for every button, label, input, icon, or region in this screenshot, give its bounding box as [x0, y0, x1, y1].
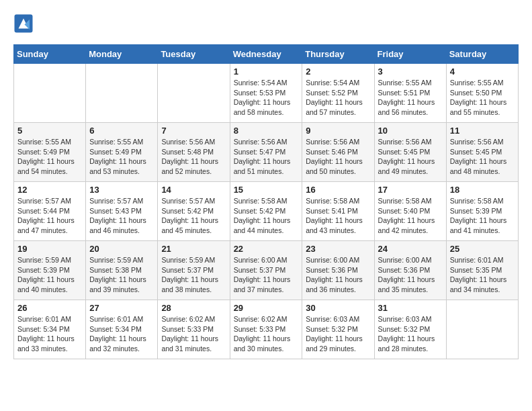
day-number: 22 [234, 244, 299, 254]
day-info: Sunrise: 6:01 AM Sunset: 5:34 PM Dayligh… [89, 314, 154, 354]
day-info: Sunrise: 5:56 AM Sunset: 5:45 PM Dayligh… [450, 137, 515, 177]
day-info: Sunrise: 6:03 AM Sunset: 5:32 PM Dayligh… [378, 314, 443, 354]
calendar-cell: 18Sunrise: 5:58 AM Sunset: 5:39 PM Dayli… [446, 182, 518, 241]
calendar-header-row: SundayMondayTuesdayWednesdayThursdayFrid… [14, 45, 519, 64]
day-info: Sunrise: 5:56 AM Sunset: 5:48 PM Dayligh… [161, 137, 226, 177]
day-number: 5 [17, 126, 82, 136]
weekday-header: Monday [86, 45, 158, 64]
day-number: 11 [450, 126, 515, 136]
day-number: 12 [17, 185, 82, 195]
day-info: Sunrise: 5:54 AM Sunset: 5:52 PM Dayligh… [306, 78, 370, 118]
calendar-cell: 21Sunrise: 5:59 AM Sunset: 5:37 PM Dayli… [158, 241, 230, 300]
day-info: Sunrise: 6:00 AM Sunset: 5:36 PM Dayligh… [378, 255, 443, 295]
day-number: 18 [450, 185, 515, 195]
logo [13, 13, 36, 34]
day-number: 26 [17, 303, 82, 313]
calendar-cell [446, 300, 518, 359]
day-info: Sunrise: 5:59 AM Sunset: 5:39 PM Dayligh… [17, 255, 82, 295]
weekday-header: Saturday [446, 45, 518, 64]
day-number: 23 [306, 244, 370, 254]
day-number: 15 [234, 185, 299, 195]
day-number: 29 [234, 303, 299, 313]
day-number: 24 [378, 244, 443, 254]
calendar-week-row: 5Sunrise: 5:55 AM Sunset: 5:49 PM Daylig… [14, 123, 519, 182]
weekday-header: Friday [374, 45, 446, 64]
calendar-cell [86, 64, 158, 123]
calendar-cell: 28Sunrise: 6:02 AM Sunset: 5:33 PM Dayli… [158, 300, 230, 359]
calendar-cell: 9Sunrise: 5:56 AM Sunset: 5:46 PM Daylig… [302, 123, 374, 182]
day-number: 2 [306, 66, 370, 77]
calendar-cell: 31Sunrise: 6:03 AM Sunset: 5:32 PM Dayli… [374, 300, 446, 359]
calendar-cell: 2Sunrise: 5:54 AM Sunset: 5:52 PM Daylig… [302, 64, 374, 123]
day-number: 1 [234, 66, 299, 77]
calendar-cell: 5Sunrise: 5:55 AM Sunset: 5:49 PM Daylig… [14, 123, 86, 182]
calendar-cell: 4Sunrise: 5:55 AM Sunset: 5:50 PM Daylig… [446, 64, 518, 123]
day-number: 31 [378, 303, 443, 313]
day-number: 7 [161, 126, 226, 136]
day-info: Sunrise: 6:02 AM Sunset: 5:33 PM Dayligh… [234, 314, 299, 354]
day-info: Sunrise: 5:58 AM Sunset: 5:39 PM Dayligh… [450, 196, 515, 236]
day-info: Sunrise: 6:00 AM Sunset: 5:37 PM Dayligh… [234, 255, 299, 295]
weekday-header: Tuesday [158, 45, 230, 64]
calendar-cell: 19Sunrise: 5:59 AM Sunset: 5:39 PM Dayli… [14, 241, 86, 300]
day-info: Sunrise: 6:01 AM Sunset: 5:35 PM Dayligh… [450, 255, 515, 295]
day-info: Sunrise: 5:56 AM Sunset: 5:46 PM Dayligh… [306, 137, 370, 177]
day-info: Sunrise: 5:54 AM Sunset: 5:53 PM Dayligh… [234, 78, 299, 118]
day-number: 6 [89, 126, 154, 136]
day-info: Sunrise: 6:01 AM Sunset: 5:34 PM Dayligh… [17, 314, 82, 354]
calendar-cell: 29Sunrise: 6:02 AM Sunset: 5:33 PM Dayli… [230, 300, 302, 359]
calendar-cell: 24Sunrise: 6:00 AM Sunset: 5:36 PM Dayli… [374, 241, 446, 300]
day-info: Sunrise: 5:55 AM Sunset: 5:51 PM Dayligh… [378, 78, 443, 118]
calendar-cell: 23Sunrise: 6:00 AM Sunset: 5:36 PM Dayli… [302, 241, 374, 300]
calendar-cell: 12Sunrise: 5:57 AM Sunset: 5:44 PM Dayli… [14, 182, 86, 241]
day-info: Sunrise: 6:03 AM Sunset: 5:32 PM Dayligh… [306, 314, 370, 354]
calendar-week-row: 12Sunrise: 5:57 AM Sunset: 5:44 PM Dayli… [14, 182, 519, 241]
calendar-cell [14, 64, 86, 123]
day-number: 21 [161, 244, 226, 254]
calendar-cell [158, 64, 230, 123]
day-info: Sunrise: 5:59 AM Sunset: 5:37 PM Dayligh… [161, 255, 226, 295]
day-info: Sunrise: 5:57 AM Sunset: 5:44 PM Dayligh… [17, 196, 82, 236]
weekday-header: Thursday [302, 45, 374, 64]
weekday-header: Wednesday [230, 45, 302, 64]
day-number: 14 [161, 185, 226, 195]
calendar-cell: 10Sunrise: 5:56 AM Sunset: 5:45 PM Dayli… [374, 123, 446, 182]
day-info: Sunrise: 5:59 AM Sunset: 5:38 PM Dayligh… [89, 255, 154, 295]
calendar-cell: 20Sunrise: 5:59 AM Sunset: 5:38 PM Dayli… [86, 241, 158, 300]
day-number: 28 [161, 303, 226, 313]
day-number: 9 [306, 126, 370, 136]
calendar-cell: 15Sunrise: 5:58 AM Sunset: 5:42 PM Dayli… [230, 182, 302, 241]
day-number: 25 [450, 244, 515, 254]
day-info: Sunrise: 5:55 AM Sunset: 5:50 PM Dayligh… [450, 78, 515, 118]
calendar-cell: 22Sunrise: 6:00 AM Sunset: 5:37 PM Dayli… [230, 241, 302, 300]
calendar-week-row: 26Sunrise: 6:01 AM Sunset: 5:34 PM Dayli… [14, 300, 519, 359]
day-number: 19 [17, 244, 82, 254]
calendar-cell: 8Sunrise: 5:56 AM Sunset: 5:47 PM Daylig… [230, 123, 302, 182]
day-number: 30 [306, 303, 370, 313]
day-number: 8 [234, 126, 299, 136]
calendar-cell: 16Sunrise: 5:58 AM Sunset: 5:41 PM Dayli… [302, 182, 374, 241]
calendar-cell: 11Sunrise: 5:56 AM Sunset: 5:45 PM Dayli… [446, 123, 518, 182]
calendar-cell: 3Sunrise: 5:55 AM Sunset: 5:51 PM Daylig… [374, 64, 446, 123]
day-info: Sunrise: 5:58 AM Sunset: 5:42 PM Dayligh… [234, 196, 299, 236]
calendar-cell: 1Sunrise: 5:54 AM Sunset: 5:53 PM Daylig… [230, 64, 302, 123]
calendar-week-row: 19Sunrise: 5:59 AM Sunset: 5:39 PM Dayli… [14, 241, 519, 300]
weekday-header: Sunday [14, 45, 86, 64]
day-info: Sunrise: 5:57 AM Sunset: 5:43 PM Dayligh… [89, 196, 154, 236]
day-info: Sunrise: 5:56 AM Sunset: 5:47 PM Dayligh… [234, 137, 299, 177]
day-info: Sunrise: 5:56 AM Sunset: 5:45 PM Dayligh… [378, 137, 443, 177]
day-info: Sunrise: 5:58 AM Sunset: 5:41 PM Dayligh… [306, 196, 370, 236]
calendar-cell: 7Sunrise: 5:56 AM Sunset: 5:48 PM Daylig… [158, 123, 230, 182]
calendar-table: SundayMondayTuesdayWednesdayThursdayFrid… [13, 44, 519, 359]
day-number: 3 [378, 66, 443, 77]
calendar-cell: 17Sunrise: 5:58 AM Sunset: 5:40 PM Dayli… [374, 182, 446, 241]
day-info: Sunrise: 6:00 AM Sunset: 5:36 PM Dayligh… [306, 255, 370, 295]
calendar-cell: 27Sunrise: 6:01 AM Sunset: 5:34 PM Dayli… [86, 300, 158, 359]
logo-icon [13, 13, 34, 34]
day-number: 17 [378, 185, 443, 195]
day-info: Sunrise: 5:55 AM Sunset: 5:49 PM Dayligh… [89, 137, 154, 177]
calendar-week-row: 1Sunrise: 5:54 AM Sunset: 5:53 PM Daylig… [14, 64, 519, 123]
calendar-cell: 13Sunrise: 5:57 AM Sunset: 5:43 PM Dayli… [86, 182, 158, 241]
day-info: Sunrise: 5:57 AM Sunset: 5:42 PM Dayligh… [161, 196, 226, 236]
day-number: 20 [89, 244, 154, 254]
